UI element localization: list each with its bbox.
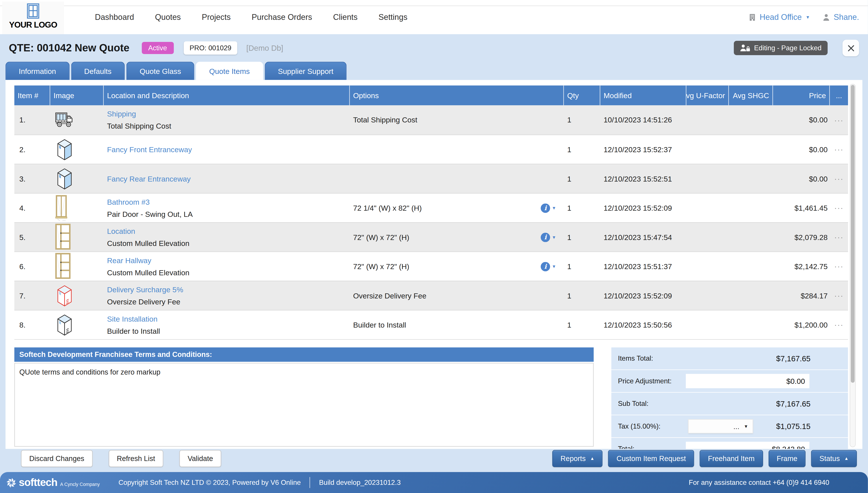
item-price: $0.00 — [773, 145, 830, 154]
item-location: Fancy Front Entranceway — [104, 145, 350, 154]
info-dropdown[interactable] — [541, 262, 556, 271]
tab-defaults[interactable]: Defaults — [71, 62, 125, 80]
reports-button[interactable]: Reports — [552, 450, 603, 467]
footer-brand-sub: A Cyncly Company — [60, 481, 100, 487]
tab-quote-items[interactable]: Quote Items — [196, 62, 263, 80]
item-name-link[interactable]: Rear Hallway — [107, 256, 346, 264]
totals-input[interactable]: $8,242.80 — [686, 442, 809, 449]
column-header-more[interactable]: ... — [830, 86, 848, 105]
row-menu-icon[interactable] — [830, 321, 848, 329]
row-menu-icon[interactable] — [830, 291, 848, 300]
nav-item-quotes[interactable]: Quotes — [155, 13, 181, 22]
column-header-item[interactable]: Item # — [14, 86, 50, 105]
button-label: Freehand Item — [708, 454, 755, 463]
item-image[interactable] — [50, 111, 104, 129]
item-qty: 1 — [564, 262, 600, 271]
item-image[interactable] — [50, 167, 104, 191]
door-icon — [55, 195, 69, 221]
top-nav: YOUR LOGO DashboardQuotesProjectsPurchas… — [0, 0, 868, 34]
refresh-list-button[interactable]: Refresh List — [109, 450, 163, 467]
pro-button[interactable]: PRO: 001029 — [184, 41, 237, 55]
item-image[interactable] — [50, 137, 104, 162]
column-header-options[interactable]: Options — [350, 86, 564, 105]
row-menu-icon[interactable] — [830, 145, 848, 154]
table-row[interactable]: 3. Fancy Rear Entranceway 1 12/10/2023 1… — [14, 164, 848, 193]
item-price: $1,461.45 — [773, 204, 830, 212]
item-location: Fancy Rear Entranceway — [104, 174, 350, 183]
box-blue-icon — [55, 137, 75, 162]
row-menu-icon[interactable] — [830, 262, 848, 271]
status-button[interactable]: Status — [811, 450, 857, 467]
column-header-image[interactable]: Image — [50, 86, 104, 105]
table-row[interactable]: 2. Fancy Front Entranceway 1 12/10/2023 … — [14, 134, 848, 164]
table-row[interactable]: 5. Location Custom Mulled Elevation 72" … — [14, 222, 848, 252]
item-location: Rear Hallway Custom Mulled Elevation — [104, 256, 350, 277]
box-blue-icon — [55, 167, 75, 191]
item-image[interactable] — [50, 223, 104, 251]
row-menu-icon[interactable] — [830, 174, 848, 183]
nav-item-settings[interactable]: Settings — [379, 13, 407, 22]
item-name-link[interactable]: Fancy Front Entranceway — [107, 145, 346, 154]
item-name-link[interactable]: Bathroom #3 — [107, 198, 346, 206]
item-name-link[interactable]: Location — [107, 227, 346, 235]
tab-supplier-support[interactable]: Supplier Support — [264, 62, 346, 80]
column-header-avg-u-factor[interactable]: Avg U-Factor — [686, 86, 729, 105]
item-description: Oversize Delivery Fee — [107, 298, 346, 306]
table-row[interactable]: 8. Site Installation Builder to Install … — [14, 310, 848, 339]
freehand-item-button[interactable]: Freehand Item — [700, 450, 763, 467]
info-dropdown[interactable] — [541, 233, 556, 242]
tax-dropdown[interactable]: ... — [688, 419, 753, 433]
info-icon — [541, 262, 550, 271]
terms-body[interactable]: QUote terms and conditions for zero mark… — [14, 363, 594, 447]
column-header-qty[interactable]: Qty — [564, 86, 600, 105]
tax-dropdown-value: ... — [733, 422, 739, 431]
close-button[interactable] — [843, 40, 859, 56]
row-menu-icon[interactable] — [830, 233, 848, 241]
item-name-link[interactable]: Site Installation — [107, 315, 346, 323]
nav-item-projects[interactable]: Projects — [202, 13, 231, 22]
info-dropdown[interactable] — [541, 203, 556, 213]
quote-header-right: Editing - Page Locked — [734, 40, 859, 56]
quote-header-bar: QTE: 001042 New Quote Active PRO: 001029… — [0, 34, 868, 62]
discard-changes-button[interactable]: Discard Changes — [21, 450, 92, 467]
nav-item-dashboard[interactable]: Dashboard — [95, 13, 134, 22]
column-header-avg-shgc[interactable]: Avg SHGC — [729, 86, 773, 105]
branch-selector[interactable]: Head Office ▼ — [748, 13, 810, 22]
scrollbar-thumb[interactable] — [851, 85, 855, 383]
column-header-modified[interactable]: Modified — [600, 86, 686, 105]
item-image[interactable] — [50, 283, 104, 308]
item-location: Shipping Total Shipping Cost — [104, 110, 350, 130]
nav-item-clients[interactable]: Clients — [333, 13, 358, 22]
item-name-link[interactable]: Fancy Rear Entranceway — [107, 174, 346, 183]
close-icon — [847, 44, 855, 52]
item-modified: 12/10/2023 15:52:51 — [600, 174, 686, 183]
tab-quote-glass[interactable]: Quote Glass — [126, 62, 194, 80]
caret-down-icon: ▼ — [806, 15, 810, 20]
item-image[interactable] — [50, 313, 104, 337]
item-name-link[interactable]: Shipping — [107, 110, 346, 118]
table-row[interactable]: 1. Shipping Total Shipping Cost Total Sh… — [14, 105, 848, 135]
column-header-location-and-description[interactable]: Location and Description — [104, 86, 350, 105]
frame-button[interactable]: Frame — [768, 450, 806, 467]
user-menu[interactable]: Shane. — [822, 13, 859, 22]
item-image[interactable] — [50, 253, 104, 280]
footer-brand: softtech A Cyncly Company — [5, 476, 100, 489]
row-menu-icon[interactable] — [830, 115, 848, 124]
table-row[interactable]: 7. Delivery Surcharge 5% Oversize Delive… — [14, 281, 848, 310]
company-logo[interactable]: YOUR LOGO — [2, 2, 64, 35]
item-image[interactable] — [50, 195, 104, 221]
validate-button[interactable]: Validate — [179, 450, 221, 467]
column-header-price[interactable]: Price — [773, 86, 830, 105]
scrollbar-track[interactable] — [850, 84, 856, 447]
table-row[interactable]: 6. Rear Hallway Custom Mulled Elevation … — [14, 252, 848, 281]
custom-item-request-button[interactable]: Custom Item Request — [608, 450, 694, 467]
row-menu-icon[interactable] — [830, 203, 848, 212]
tab-information[interactable]: Information — [5, 62, 69, 80]
page-locked-button[interactable]: Editing - Page Locked — [734, 41, 828, 55]
nav-item-purchase-orders[interactable]: Purchase Orders — [252, 13, 312, 22]
item-qty: 1 — [564, 292, 600, 300]
table-row[interactable]: 4. Bathroom #3 Pair Door - Swing Out, LA… — [14, 193, 848, 222]
person-icon — [822, 13, 830, 21]
item-name-link[interactable]: Delivery Surcharge 5% — [107, 285, 346, 294]
totals-input[interactable]: $0.00 — [686, 374, 809, 388]
